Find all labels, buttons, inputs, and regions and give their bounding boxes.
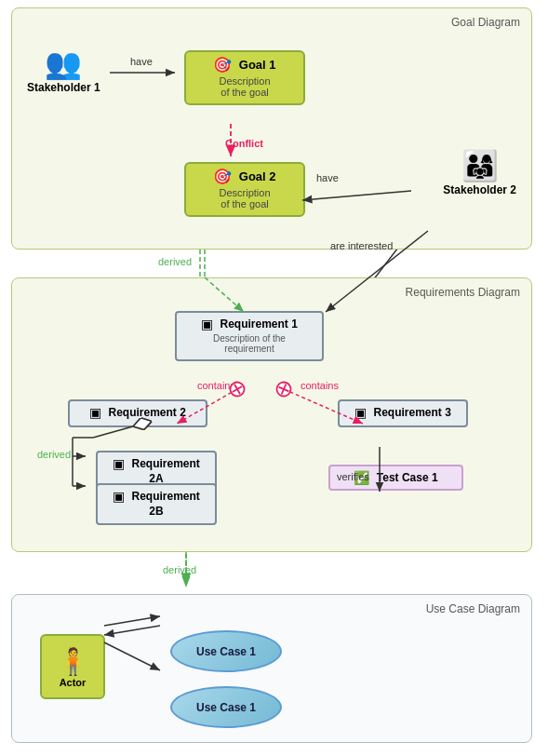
label-have1: have [130,56,153,67]
stakeholder1-icon: 👥 [27,46,100,81]
actor-label: Actor [60,677,87,688]
usecase2-ellipse: Use Case 1 [170,686,282,728]
usecase1-label: Use Case 1 [196,645,256,658]
req2-icon: ▣ [89,405,101,420]
goal1-desc: Descriptionof the goal [195,75,294,98]
req3-title: Requirement 3 [373,406,450,419]
stakeholder2: 👨‍👩‍👧 Stakeholder 2 [443,148,516,196]
req1-title: Requirement 1 [220,317,297,331]
req2b-icon: ▣ [113,489,125,504]
req-diagram-box: Requirements Diagram ▣ Requirement 1 Des… [11,277,532,552]
actor-box: 🧍 Actor [40,634,105,699]
stakeholder1: 👥 Stakeholder 1 [27,46,100,94]
label-derived-top: derived [158,256,192,267]
req2b-box: ▣ Requirement 2B [96,483,217,525]
label-conflict: Conflict [225,138,263,149]
label-derived1: derived [37,449,71,460]
goal1-box: 🎯 Goal 1 Descriptionof the goal [184,50,305,105]
usecase-diagram-label: Use Case Diagram [426,602,520,615]
label-contains2: contains [301,380,339,391]
goal1-title: Goal 1 [239,58,276,72]
main-diagram: Goal Diagram 👥 Stakeholder 1 🎯 Goal 1 De… [0,0,548,756]
goal2-title: Goal 2 [239,169,276,183]
req2b-title: Requirement 2B [131,490,199,518]
req2a-icon: ▣ [113,456,125,471]
req1-desc: Description of therequirement [186,333,313,354]
stakeholder2-label: Stakeholder 2 [443,183,516,196]
testcase1-title: Test Case 1 [377,471,438,484]
goal1-icon: 🎯 [213,56,232,74]
stakeholder1-label: Stakeholder 1 [27,81,100,94]
req3-icon: ▣ [354,405,367,420]
usecase-diagram-box: Use Case Diagram 🧍 Actor Use Case 1 Use … [11,594,532,743]
goal-diagram-box: Goal Diagram 👥 Stakeholder 1 🎯 Goal 1 De… [11,7,532,250]
label-have2: have [316,172,339,183]
req2-title: Requirement 2 [108,406,185,419]
label-contains1: contains [197,380,235,391]
label-are-interested: are interested [330,240,393,251]
req2-box: ▣ Requirement 2 [68,399,207,427]
req2a-title: Requirement 2A [131,457,199,485]
goal2-icon: 🎯 [213,168,232,185]
req-diagram-label: Requirements Diagram [406,286,520,299]
goal-diagram-label: Goal Diagram [451,16,520,29]
usecase2-label: Use Case 1 [196,701,256,714]
label-verifies: verifies [337,471,369,482]
stakeholder2-icon: 👨‍👩‍👧 [443,148,516,183]
actor-icon: 🧍 [57,646,89,677]
goal2-box: 🎯 Goal 2 Descriptionof the goal [184,162,305,217]
req1-icon: ▣ [201,317,213,331]
label-derived-bottom: derived [163,564,196,575]
usecase1-ellipse: Use Case 1 [170,630,282,672]
req3-box: ▣ Requirement 3 [338,399,468,427]
goal2-desc: Descriptionof the goal [195,187,294,209]
req1-box: ▣ Requirement 1 Description of therequir… [175,311,324,361]
